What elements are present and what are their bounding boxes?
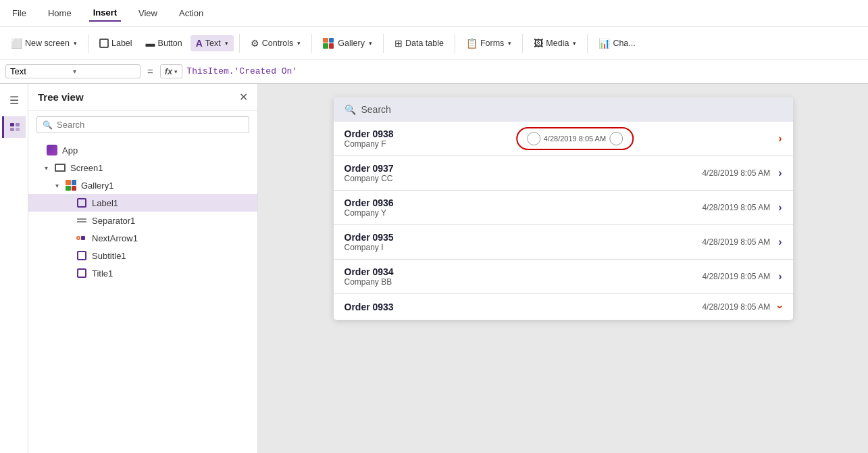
gallery-item-6[interactable]: Order 0933 4/28/2019 8:05 AM › [334, 294, 793, 320]
toolbar-separator-4 [383, 34, 384, 53]
media-button[interactable]: 🖼 Media ▾ [528, 35, 582, 51]
label-button[interactable]: Label [94, 36, 138, 51]
tree-item-app[interactable]: App [28, 141, 257, 159]
gallery-item-3-info: Order 0936 Company Y [344, 197, 703, 218]
menu-insert[interactable]: Insert [89, 5, 121, 22]
label-icon [99, 39, 109, 48]
subtitle1-label: Subtitle1 [92, 251, 249, 261]
svg-rect-2 [16, 123, 20, 126]
tree-header: Tree view ✕ [28, 84, 257, 111]
text-chevron: ▾ [225, 40, 228, 47]
app-search-bar[interactable]: 🔍 Search [334, 97, 793, 122]
app-icon [46, 144, 58, 156]
toolbar-separator-6 [522, 34, 523, 53]
controls-chevron: ▾ [297, 40, 301, 47]
menu-bar: File Home Insert View Action [0, 0, 868, 27]
tree-item-screen1[interactable]: ▾ Screen1 [28, 159, 257, 176]
data-table-button[interactable]: ⊞ Data table [389, 35, 449, 51]
formula-input[interactable]: ThisItem.'Created On' [186, 66, 863, 76]
rating-star-2 [609, 132, 623, 145]
gallery-item-3-arrow[interactable]: › [778, 201, 782, 214]
gallery-item-6-arrow[interactable]: › [774, 305, 786, 308]
app-preview: 🔍 Search Order 0938 Company F 4/28/2019 [334, 97, 793, 320]
formula-equals: = [147, 66, 153, 77]
gallery-item-2-arrow[interactable]: › [778, 167, 782, 179]
forms-button[interactable]: 📋 Forms ▾ [461, 35, 517, 51]
label1-icon [76, 197, 88, 209]
tree-close-button[interactable]: ✕ [239, 91, 248, 103]
new-screen-button[interactable]: ⬜ New screen ▾ [5, 35, 82, 51]
title1-label: Title1 [92, 268, 249, 279]
label1-label: Label1 [92, 198, 249, 208]
tree-item-subtitle1[interactable]: Subtitle1 [28, 247, 257, 264]
menu-view[interactable]: View [134, 5, 161, 21]
gallery-item-4-info: Order 0935 Company I [344, 232, 703, 252]
gallery-button[interactable]: Gallery ▾ [317, 35, 378, 51]
gallery-item-6-date: 4/28/2019 8:05 AM [702, 302, 770, 312]
gallery1-caret: ▾ [55, 182, 65, 189]
tree-panel: Tree view ✕ 🔍 App ▾ Screen1 [28, 84, 258, 453]
formula-fx-button[interactable]: fx ▾ [160, 64, 183, 78]
separator1-label: Separator1 [92, 216, 249, 226]
toolbar-separator-7 [587, 34, 588, 53]
tree-content: App ▾ Screen1 ▾ Gallery1 [28, 139, 257, 453]
forms-icon: 📋 [466, 38, 478, 49]
gallery1-icon [65, 179, 77, 191]
search-input[interactable] [57, 120, 243, 130]
gallery-item-3[interactable]: Order 0936 Company Y 4/28/2019 8:05 AM › [334, 191, 793, 225]
gallery-item-1-arrow[interactable]: › [778, 133, 782, 145]
gallery-item-4-arrow[interactable]: › [778, 236, 782, 248]
hamburger-menu-button[interactable]: ☰ [3, 89, 25, 111]
tree-item-gallery1[interactable]: ▾ Gallery1 [28, 176, 257, 194]
gallery-item-6-title: Order 0933 [344, 302, 703, 312]
chart-icon: 📊 [598, 38, 610, 49]
toolbar-separator-3 [311, 34, 312, 53]
gallery-item-5-arrow[interactable]: › [778, 270, 782, 283]
title1-icon [76, 267, 88, 279]
gallery-item-2-subtitle: Company CC [344, 174, 703, 183]
toolbar-separator-1 [88, 34, 88, 53]
text-button[interactable]: A Text ▾ [190, 35, 234, 51]
subtitle1-icon [76, 249, 88, 262]
app-label: App [62, 145, 249, 156]
gallery-item-2-date: 4/28/2019 8:05 AM [702, 168, 770, 178]
menu-action[interactable]: Action [175, 5, 207, 21]
sidebar-icons: ☰ [0, 84, 28, 453]
gallery-item-5[interactable]: Order 0934 Company BB 4/28/2019 8:05 AM … [334, 260, 793, 294]
formula-dropdown-arrow: ▾ [73, 68, 136, 75]
nextarrow1-icon [76, 232, 88, 244]
toolbar: ⬜ New screen ▾ Label ▬ Button A Text ▾ ⚙… [0, 27, 868, 59]
menu-home[interactable]: Home [44, 5, 76, 21]
forms-chevron: ▾ [508, 40, 511, 47]
tree-item-label1[interactable]: Label1 [28, 194, 257, 212]
screen1-caret: ▾ [45, 164, 54, 172]
search-box[interactable]: 🔍 [36, 116, 249, 133]
new-screen-icon: ⬜ [11, 38, 22, 49]
text-icon: A [196, 38, 203, 49]
fx-icon: fx [165, 66, 173, 76]
toolbar-separator-2 [239, 34, 240, 53]
gallery-item-3-date: 4/28/2019 8:05 AM [702, 203, 770, 212]
menu-file[interactable]: File [8, 5, 30, 21]
gallery-item-2-info: Order 0937 Company CC [344, 163, 703, 183]
gallery-item-5-info: Order 0934 Company BB [344, 266, 703, 287]
gallery-item-1[interactable]: Order 0938 Company F 4/28/2019 8:05 AM 4… [334, 122, 793, 156]
gallery-item-4[interactable]: Order 0935 Company I 4/28/2019 8:05 AM › [334, 225, 793, 260]
data-table-icon: ⊞ [394, 38, 403, 49]
tree-item-nextarrow1[interactable]: NextArrow1 [28, 229, 257, 247]
formula-dropdown[interactable]: Text ▾ [5, 64, 141, 78]
chart-button[interactable]: 📊 Cha... [593, 35, 640, 51]
button-button[interactable]: ▬ Button [141, 35, 188, 51]
gallery-item-5-date: 4/28/2019 8:05 AM [702, 272, 770, 281]
app-search-text: Search [361, 104, 391, 115]
rating-control[interactable]: 4/28/2019 8:05 AM [516, 127, 634, 150]
controls-button[interactable]: ⚙ Controls ▾ [245, 35, 307, 51]
separator1-icon [76, 214, 88, 226]
tree-item-title1[interactable]: Title1 [28, 264, 257, 282]
tree-item-separator1[interactable]: Separator1 [28, 212, 257, 229]
screen1-icon [54, 162, 66, 174]
gallery1-label: Gallery1 [81, 181, 249, 191]
gallery-item-2[interactable]: Order 0937 Company CC 4/28/2019 8:05 AM … [334, 156, 793, 191]
tree-view-button[interactable] [2, 116, 26, 138]
gallery-item-5-subtitle: Company BB [344, 277, 703, 287]
